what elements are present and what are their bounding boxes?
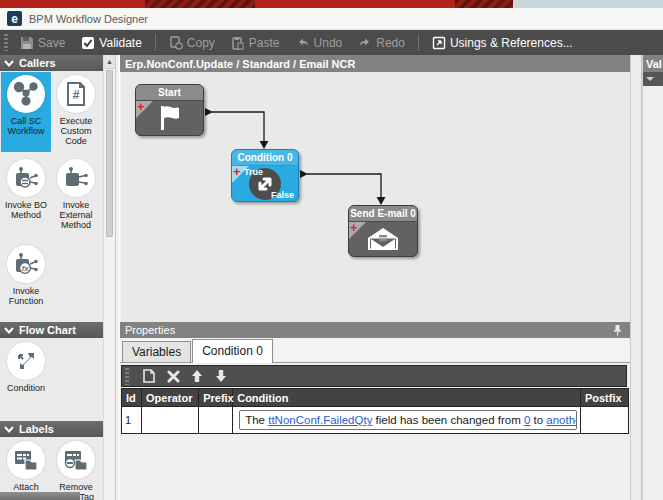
properties-tabs: Variables Condition 0 xyxy=(120,338,630,363)
tab-variables[interactable]: Variables xyxy=(122,341,191,362)
node-title: Send E-mail 0 xyxy=(349,206,417,222)
node-start[interactable]: Start + xyxy=(135,84,204,136)
tab-condition-0[interactable]: Condition 0 xyxy=(192,339,273,363)
sidebar-section-header-flow-chart[interactable]: Flow Chart xyxy=(0,322,103,338)
tile-invoke-function[interactable]: fx Invoke Function xyxy=(1,242,51,312)
flag-icon xyxy=(155,104,185,132)
copy-icon xyxy=(169,36,183,50)
condition-dropdown[interactable]: The ttNonConf.FailedQty field has been c… xyxy=(239,410,577,430)
tile-invoke-external-method[interactable]: Invoke External Method xyxy=(51,156,101,236)
validation-panel-title: Val xyxy=(646,58,662,70)
section-title: Flow Chart xyxy=(19,324,76,336)
table-row[interactable]: 1 The ttNonConf.FailedQty field has been… xyxy=(122,407,629,434)
remove-data-tag-icon xyxy=(57,441,95,479)
window-title: BPM Workflow Designer xyxy=(29,13,148,25)
sidebar-section-header-labels[interactable]: Labels xyxy=(0,421,103,437)
false-port-label[interactable]: False xyxy=(271,190,294,200)
delete-row-button[interactable] xyxy=(166,369,180,383)
tile-execute-custom-code[interactable]: # Execute Custom Code xyxy=(51,72,101,152)
triangle-down-icon xyxy=(646,77,654,81)
toolbar-grip-handle[interactable] xyxy=(4,34,8,51)
sc-workflow-icon xyxy=(7,75,45,113)
cell-postfix[interactable] xyxy=(580,407,628,434)
svg-text:#: # xyxy=(73,88,80,102)
scrollbar-up-arrow[interactable]: ▲ xyxy=(104,55,115,69)
add-badge-icon: + xyxy=(350,222,358,234)
condition-icon xyxy=(7,342,45,380)
redo-button[interactable]: Redo xyxy=(351,33,412,53)
condition-link[interactable]: another xyxy=(546,414,577,426)
tile-label: Execute Custom Code xyxy=(55,116,97,146)
undo-button[interactable]: Undo xyxy=(289,33,350,53)
validation-panel-header: Val xyxy=(643,55,663,72)
section-title: Labels xyxy=(19,423,54,435)
condition-link[interactable]: ttNonConf.FailedQty xyxy=(268,414,372,426)
redo-icon xyxy=(358,36,372,50)
sidebar-section-header-partial[interactable] xyxy=(0,492,80,500)
tile-remove-data-tag[interactable]: Remove Data Tag xyxy=(51,438,101,500)
copy-button[interactable]: Copy xyxy=(162,33,222,53)
node-condition-0[interactable]: Condition 0 + True False xyxy=(231,149,299,202)
properties-body: Id Operator Prefix Condition Postfix 1 xyxy=(120,363,630,500)
right-panel-splitter[interactable] xyxy=(630,55,642,500)
sidebar-scrollbar[interactable]: ▲ xyxy=(103,55,115,500)
save-icon xyxy=(20,36,34,50)
workflow-path-label: Erp.NonConf.Update / Standard / Email NC… xyxy=(125,58,355,70)
column-header-id: Id xyxy=(122,389,142,407)
node-title: Start xyxy=(136,85,203,101)
scrollbar-thumb[interactable] xyxy=(106,70,113,237)
flow-chart-tile-grid: Condition xyxy=(0,338,103,399)
condition-grid-toolbar xyxy=(121,365,627,387)
workflow-canvas[interactable]: Start + Condition 0 + True False xyxy=(120,72,630,322)
window-titlebar: e BPM Workflow Designer xyxy=(0,8,663,30)
condition-combobox-text: The ttNonConf.FailedQty field has been c… xyxy=(245,414,577,426)
true-port-label[interactable]: True xyxy=(244,167,263,177)
svg-text:fx: fx xyxy=(22,264,29,273)
column-header-prefix: Prefix xyxy=(199,389,233,407)
node-title: Condition 0 xyxy=(232,150,298,166)
column-header-condition: Condition xyxy=(233,389,581,407)
callers-tile-grid: Call SC Workflow # Execute Custom Code I… xyxy=(0,71,103,312)
function-icon: fx xyxy=(7,245,45,283)
chevron-down-icon xyxy=(4,426,14,433)
tile-label: Invoke External Method xyxy=(54,200,98,230)
cell-id: 1 xyxy=(122,407,142,434)
cell-condition: The ttNonConf.FailedQty field has been c… xyxy=(233,407,581,434)
external-method-icon xyxy=(57,159,95,197)
conditions-table: Id Operator Prefix Condition Postfix 1 xyxy=(121,388,629,434)
validation-panel: Val xyxy=(642,55,663,500)
bo-method-icon xyxy=(7,159,45,197)
attach-data-tag-icon xyxy=(7,441,45,479)
validate-button[interactable]: Validate xyxy=(74,33,148,53)
paste-button[interactable]: Paste xyxy=(224,33,287,53)
cell-operator[interactable] xyxy=(142,407,199,434)
move-row-up-button[interactable] xyxy=(190,369,204,383)
undo-icon xyxy=(296,36,310,50)
toolbox-sidebar: Callers Call SC Workflow # Execute Custo… xyxy=(0,55,103,500)
node-send-email-0[interactable]: Send E-mail 0 + xyxy=(348,205,418,257)
tile-attach-data-tag[interactable]: Attach Data Tag xyxy=(1,438,51,500)
tile-condition[interactable]: Condition xyxy=(1,339,51,399)
cell-prefix[interactable] xyxy=(199,407,233,434)
properties-title: Properties xyxy=(125,324,175,336)
add-badge-icon: + xyxy=(137,101,145,113)
save-button[interactable]: Save xyxy=(13,33,72,53)
pin-icon[interactable] xyxy=(613,324,622,336)
column-header-postfix: Postfix xyxy=(580,389,628,407)
validate-checkbox-icon xyxy=(81,36,95,50)
tile-invoke-bo-method[interactable]: Invoke BO Method xyxy=(1,156,51,236)
tile-label: Invoke Function xyxy=(5,286,47,306)
sidebar-section-header-callers[interactable]: Callers xyxy=(0,55,103,71)
chevron-down-icon xyxy=(4,60,14,67)
epicor-logo-icon: e xyxy=(7,11,22,26)
usings-references-button[interactable]: Usings & References... xyxy=(425,33,580,53)
tile-call-sc-workflow[interactable]: Call SC Workflow xyxy=(1,72,51,152)
tile-label: Call SC Workflow xyxy=(5,116,47,136)
properties-panel-header: Properties xyxy=(120,322,630,338)
grid-toolbar-grip[interactable] xyxy=(125,368,129,385)
move-row-down-button[interactable] xyxy=(214,369,228,383)
background-blue-strip xyxy=(513,0,663,8)
validation-panel-toolbar[interactable] xyxy=(643,72,663,86)
table-header-row: Id Operator Prefix Condition Postfix xyxy=(122,389,629,407)
new-row-button[interactable] xyxy=(142,369,156,383)
